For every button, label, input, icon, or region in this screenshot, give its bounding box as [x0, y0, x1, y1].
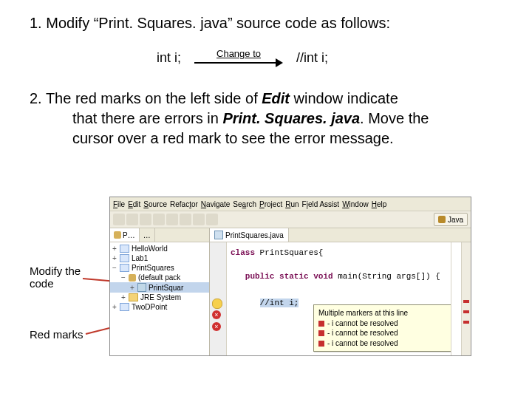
- menu-file[interactable]: FFileile: [113, 200, 125, 208]
- package-icon: [129, 274, 136, 282]
- perspective-button[interactable]: Java: [434, 213, 468, 226]
- screenshot-area: Modify the code Red marks FFileile Edit …: [0, 197, 532, 366]
- step2-l1b: window indicate: [290, 90, 398, 106]
- step2-l2a: that there are errors in: [72, 110, 222, 126]
- toolbar-icon[interactable]: [153, 214, 165, 225]
- error-tooltip: Multiple markers at this line - i cannot…: [313, 304, 471, 352]
- menu-run[interactable]: Run: [285, 200, 299, 208]
- tooltip-title: Multiple markers at this line: [318, 308, 471, 318]
- menu-help[interactable]: Help: [372, 200, 387, 208]
- tree-project[interactable]: Lab1: [132, 254, 148, 262]
- toolbar-icon[interactable]: [180, 214, 191, 225]
- menu-window[interactable]: Window: [342, 200, 369, 208]
- step1-text-before: 1. Modify “: [30, 15, 98, 31]
- project-icon: [120, 303, 129, 311]
- step-1: 1. Modify “Print. Squares. java” source …: [30, 13, 502, 33]
- java-perspective-icon: [438, 216, 446, 223]
- step1-filename: Print. Squares. java: [98, 15, 228, 31]
- change-arrow: Change to: [194, 48, 283, 68]
- tooltip-item: i cannot be resolved: [332, 329, 398, 337]
- code-after: //int i;: [296, 50, 328, 66]
- overview-error-mark[interactable]: [463, 321, 469, 324]
- menu-source[interactable]: Source: [143, 200, 167, 208]
- toolbar-icon[interactable]: [166, 214, 178, 225]
- step-2: 2. The red marks on the left side of Edi…: [30, 89, 502, 149]
- editor-right-sliver: [451, 242, 462, 356]
- project-icon: [120, 264, 129, 272]
- overview-error-mark[interactable]: [463, 300, 469, 303]
- error-icon: [318, 321, 324, 327]
- menu-project[interactable]: Project: [259, 200, 282, 208]
- annot-redmarks: Red marks: [30, 328, 83, 341]
- toolbar-icon[interactable]: [140, 214, 151, 225]
- project-icon: [120, 245, 129, 253]
- editor-tab[interactable]: PrintSquares.java: [210, 228, 289, 242]
- tooltip-item: i cannot be resolved: [332, 319, 398, 327]
- tree-jre[interactable]: JRE System: [140, 293, 181, 301]
- menu-bar: FFileile Edit Source Refactor Navigate S…: [110, 197, 471, 211]
- error-marker-icon[interactable]: [212, 310, 221, 319]
- step2-edit-word: Edit: [262, 90, 290, 106]
- package-explorer: P… … +HelloWorld +Lab1 −PrintSquares −(d…: [110, 228, 210, 356]
- step2-l1a: 2. The red marks on the left side of: [30, 90, 262, 106]
- menu-refactor[interactable]: Refactor: [170, 200, 198, 208]
- menu-search[interactable]: Search: [233, 200, 256, 208]
- tree-file[interactable]: PrintSquar: [149, 284, 183, 292]
- tree-project[interactable]: HelloWorld: [132, 245, 168, 253]
- menu-edit[interactable]: Edit: [128, 200, 140, 208]
- tree-project[interactable]: PrintSquares: [132, 264, 174, 272]
- annot-modify: Modify the code: [30, 265, 81, 290]
- arrow-right-icon: [194, 58, 283, 68]
- toolbar-icon[interactable]: [113, 214, 125, 225]
- overview-error-mark[interactable]: [463, 310, 469, 313]
- step2-l3: cursor over a red mark to see the error …: [30, 129, 502, 149]
- tree-project[interactable]: TwoDPoint: [132, 303, 167, 311]
- menu-navigate[interactable]: Navigate: [201, 200, 230, 208]
- package-icon: [114, 231, 121, 239]
- step2-l2b: . Move the: [360, 110, 429, 126]
- toolbar-icon[interactable]: [193, 214, 205, 225]
- error-icon: [318, 330, 324, 336]
- editor-panel: PrintSquares.java class PrintSquares{ pu…: [210, 228, 471, 356]
- commented-line: //int i;: [260, 299, 299, 307]
- quickfix-icon[interactable]: [212, 299, 222, 309]
- tooltip-item: i cannot be resolved: [332, 339, 398, 347]
- ide-screenshot: FFileile Edit Source Refactor Navigate S…: [109, 197, 471, 356]
- tree-package[interactable]: (default pack: [138, 273, 180, 282]
- toolbar-icon[interactable]: [206, 214, 218, 225]
- toolbar-icon[interactable]: [126, 214, 138, 225]
- step1-text-after: ” source code as follows:: [228, 15, 390, 31]
- java-file-icon: [137, 283, 146, 292]
- project-icon: [120, 254, 129, 262]
- perspective-label: Java: [448, 216, 463, 224]
- editor-body[interactable]: class PrintSquares{ public static void m…: [210, 242, 471, 356]
- code-before: int i;: [157, 50, 181, 66]
- step2-file-italic: Print. Squares. java: [222, 110, 360, 126]
- package-tree[interactable]: +HelloWorld +Lab1 −PrintSquares −(defaul…: [110, 242, 209, 356]
- error-marker-icon[interactable]: [212, 322, 221, 331]
- library-icon: [129, 293, 138, 301]
- tool-bar: Java: [110, 211, 471, 228]
- pkg-tab-main[interactable]: P…: [110, 228, 140, 242]
- java-file-icon: [214, 231, 223, 239]
- code-change-row: int i; Change to //int i;: [157, 48, 502, 68]
- pkg-tab-more[interactable]: …: [140, 228, 155, 242]
- overview-ruler[interactable]: [461, 242, 471, 356]
- error-icon: [318, 341, 324, 347]
- menu-fieldassist[interactable]: Field Assist: [302, 200, 340, 208]
